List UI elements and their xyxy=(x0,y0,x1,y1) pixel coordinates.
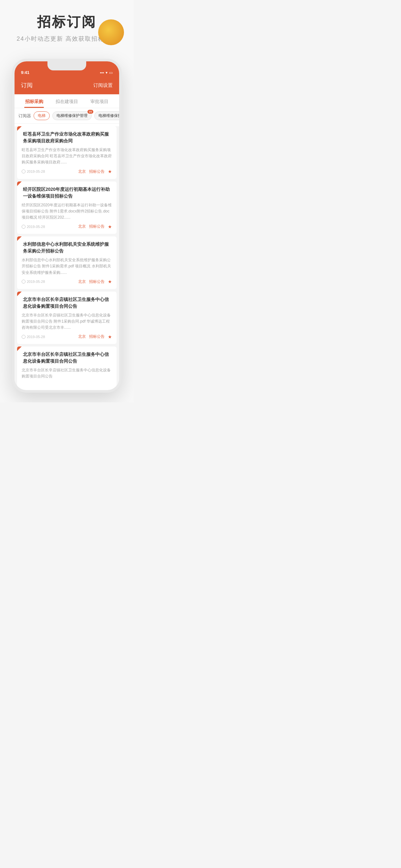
news-region-1: 北京 xyxy=(78,169,86,175)
news-card-2[interactable]: 经开区院区2020年度运行初期基本运行补助一设备维保项目招标公告 经开区院区20… xyxy=(17,182,117,234)
status-bar: 9:41 ▪▪▪ ▾ ▭ xyxy=(14,61,119,78)
news-meta-1: 2019-05-28 北京 招标公告 ★ xyxy=(22,169,112,175)
status-time: 9:41 xyxy=(21,70,29,75)
news-title-4: 北京市丰台区长辛店镇社区卫生服务中心信息化设备购置项目合同公告 xyxy=(22,296,112,310)
news-title-5: 北京市丰台区长辛店镇社区卫生服务中心信息化设备购置项目合同公告 xyxy=(22,351,112,365)
clock-icon-3 xyxy=(22,280,26,283)
sub-tag-maintenance-1[interactable]: 电梯维修保护管理 99 xyxy=(52,112,92,120)
clock-icon-1 xyxy=(22,169,26,174)
news-excerpt-3: 水利部信息中心水利部机关安全系统维护服务采购公开招标公告 附件1采购需求.pdf… xyxy=(22,257,112,276)
status-icons: ▪▪▪ ▾ ▭ xyxy=(100,70,113,75)
wifi-icon: ▾ xyxy=(105,70,107,75)
news-excerpt-5: 北京市丰台区长辛店镇社区卫生服务中心信息化设备购置项目合同公告 xyxy=(22,367,112,379)
news-card-5[interactable]: 北京市丰台区长辛店镇社区卫生服务中心信息化设备购置项目合同公告 北京市丰台区长辛… xyxy=(17,346,117,387)
decorative-circle xyxy=(98,20,124,45)
clock-icon-2 xyxy=(22,225,26,228)
star-icon-1[interactable]: ★ xyxy=(108,169,112,174)
news-region-3: 北京 xyxy=(78,279,86,284)
star-icon-3[interactable]: ★ xyxy=(108,279,112,284)
phone-mockup-wrapper: 9:41 ▪▪▪ ▾ ▭ 订阅 订阅设置 招标采购 拟在建项目 xyxy=(12,59,122,393)
star-icon-4[interactable]: ★ xyxy=(108,334,112,339)
news-type-3: 招标公告 xyxy=(89,279,104,284)
tab-bar: 招标采购 拟在建项目 审批项目 xyxy=(14,94,119,108)
sub-tags-label: 订阅器 xyxy=(19,113,31,119)
news-title-1: 旺苍县环卫生产作业市场化改革政府购买服务采购项目政府采购合同 xyxy=(22,131,112,144)
tab-approval[interactable]: 审批项目 xyxy=(83,94,116,108)
header-settings[interactable]: 订阅设置 xyxy=(93,82,113,89)
clock-icon-4 xyxy=(22,335,26,339)
news-type-4: 招标公告 xyxy=(89,334,104,339)
news-card-4[interactable]: 北京市丰台区长辛店镇社区卫生服务中心信息化设备购置项目合同公告 北京市丰台区长辛… xyxy=(17,291,117,344)
news-region-4: 北京 xyxy=(78,334,86,339)
news-meta-4: 2019-05-28 北京 招标公告 ★ xyxy=(22,334,112,339)
app-header: 订阅 订阅设置 xyxy=(14,78,119,94)
marketing-section: 招标订阅 24小时动态更新 高效获取招标信息 xyxy=(0,0,134,52)
news-excerpt-4: 北京市丰台区长辛店镇社区卫生服务中心信息化设备购置项目合同公告 附件1采购合同.… xyxy=(22,312,112,331)
news-meta-2: 2019-05-28 北京 招标公告 ★ xyxy=(22,224,112,229)
news-card-1[interactable]: 旺苍县环卫生产作业市场化改革政府购买服务采购项目政府采购合同 旺苍县环卫生产作业… xyxy=(17,126,117,179)
news-card-3[interactable]: 水利部信息中心水利部机关安全系统维护服务采购公开招标公告 水利部信息中心水利部机… xyxy=(17,237,117,289)
star-icon-2[interactable]: ★ xyxy=(108,224,112,229)
subscription-tags-bar: 订阅器 电梯 电梯维修保护管理 99 电梯维修保护管理 888 xyxy=(14,108,119,124)
marketing-title: 招标订阅 xyxy=(37,13,96,31)
tab-planned[interactable]: 拟在建项目 xyxy=(50,94,83,108)
sub-tag-badge-1: 99 xyxy=(88,110,93,114)
news-date-1: 2019-05-28 xyxy=(22,169,45,174)
news-meta-3: 2019-05-28 北京 招标公告 ★ xyxy=(22,279,112,284)
news-type-2: 招标公告 xyxy=(89,224,104,229)
news-date-2: 2019-05-28 xyxy=(22,225,45,228)
header-title: 订阅 xyxy=(21,82,33,89)
sub-tag-maintenance-2[interactable]: 电梯维修保护管理 888 xyxy=(94,112,119,120)
news-date-3: 2019-05-28 xyxy=(22,280,45,283)
signal-icon: ▪▪▪ xyxy=(100,70,104,75)
news-type-1: 招标公告 xyxy=(89,169,104,175)
news-title-2: 经开区院区2020年度运行初期基本运行补助一设备维保项目招标公告 xyxy=(22,186,112,199)
news-region-2: 北京 xyxy=(78,224,86,229)
phone-mockup: 9:41 ▪▪▪ ▾ ▭ 订阅 订阅设置 招标采购 拟在建项目 xyxy=(12,59,122,393)
tab-bidding[interactable]: 招标采购 xyxy=(18,94,50,108)
page-background: 招标订阅 24小时动态更新 高效获取招标信息 9:41 ▪▪▪ ▾ ▭ 订阅 订… xyxy=(0,0,134,402)
news-list: 旺苍县环卫生产作业市场化改革政府购买服务采购项目政府采购合同 旺苍县环卫生产作业… xyxy=(14,126,119,388)
news-excerpt-1: 旺苍县环卫生产作业市场化改革政府购买服务采购项目政府采购合同 旺苍县环卫生产作业… xyxy=(22,147,112,166)
news-date-4: 2019-05-28 xyxy=(22,335,45,339)
news-excerpt-2: 经开区院区2020年度运行初期基本运行补助一设备维保项目招标公告 附件1需求.d… xyxy=(22,202,112,221)
news-title-3: 水利部信息中心水利部机关安全系统维护服务采购公开招标公告 xyxy=(22,241,112,254)
sub-tag-elevator[interactable]: 电梯 xyxy=(34,112,50,120)
battery-icon: ▭ xyxy=(109,70,113,75)
